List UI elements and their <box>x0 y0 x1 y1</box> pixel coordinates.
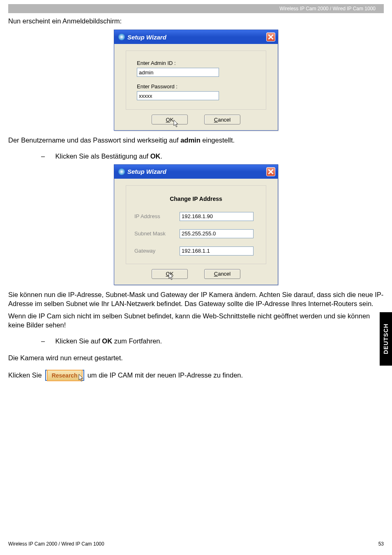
ip-dialog: Setup Wizard Change IP Address IP Addres… <box>114 164 278 285</box>
close-icon <box>268 34 274 40</box>
header-bar: Wireless IP Cam 2000 / Wired IP Cam 1000 <box>8 4 384 13</box>
language-tab: DEUTSCH <box>380 312 392 366</box>
research-button[interactable]: Research <box>45 370 84 381</box>
header-product: Wireless IP Cam 2000 / Wired IP Cam 1000 <box>279 6 376 12</box>
wizard-icon <box>118 168 125 175</box>
footer-left: Wireless IP Cam 2000 / Wired IP Cam 1000 <box>8 541 104 547</box>
close-button[interactable] <box>266 32 275 41</box>
login-title: Setup Wizard <box>127 34 166 41</box>
subnet-mask-input[interactable] <box>180 229 254 238</box>
intro-text: Nun erscheint ein Anmeldebildschirm: <box>8 16 384 25</box>
cursor-icon <box>78 374 84 382</box>
login-titlebar: Setup Wizard <box>114 30 278 44</box>
gateway-label: Gateway <box>134 248 180 254</box>
research-post: um die IP CAM mit der neuen IP-Adresse z… <box>88 371 243 379</box>
login-dialog: Setup Wizard Enter Admin ID : Enter Pass… <box>114 30 278 131</box>
bullet-1: – Klicken Sie als Bestätigung auf OK. <box>41 152 384 160</box>
cancel-button[interactable]: Cancel <box>204 269 240 279</box>
para3: Wenn die IP Cam sich nicht im selben Sub… <box>8 311 384 330</box>
ok-button[interactable]: OK <box>152 115 188 124</box>
para4: Die Kamera wird nun erneut gestartet. <box>8 353 384 362</box>
password-input[interactable] <box>137 91 219 100</box>
after-login-text: Der Benutzername und das Passwort sind w… <box>8 136 384 145</box>
footer: Wireless IP Cam 2000 / Wired IP Cam 1000… <box>8 541 384 547</box>
ok-button[interactable]: OK <box>152 269 188 279</box>
cursor-icon <box>168 273 174 281</box>
research-row: Klicken Sie Research um die IP CAM mit d… <box>8 370 384 381</box>
close-icon <box>268 169 274 175</box>
cursor-icon <box>173 120 179 128</box>
password-label: Enter Password : <box>137 83 255 90</box>
wizard-icon <box>118 34 125 40</box>
subnet-mask-label: Subnet Mask <box>134 230 180 237</box>
cancel-button[interactable]: Cancel <box>204 115 240 124</box>
ip-titlebar: Setup Wizard <box>114 165 278 179</box>
ip-address-label: IP Address <box>134 213 180 219</box>
para2: Sie können nun die IP-Adresse, Subnet-Ma… <box>8 290 384 309</box>
admin-id-input[interactable] <box>137 68 219 77</box>
bullet-2: – Klicken Sie auf OK zum Fortfahren. <box>41 337 384 345</box>
ip-title: Setup Wizard <box>127 168 166 175</box>
gateway-input[interactable] <box>180 246 254 256</box>
close-button[interactable] <box>266 167 275 176</box>
change-ip-heading: Change IP Address <box>134 191 258 208</box>
ip-address-input[interactable] <box>180 212 254 221</box>
admin-id-label: Enter Admin ID : <box>137 60 255 66</box>
page-number: 53 <box>378 541 384 547</box>
research-pre: Klicken Sie <box>8 371 42 379</box>
